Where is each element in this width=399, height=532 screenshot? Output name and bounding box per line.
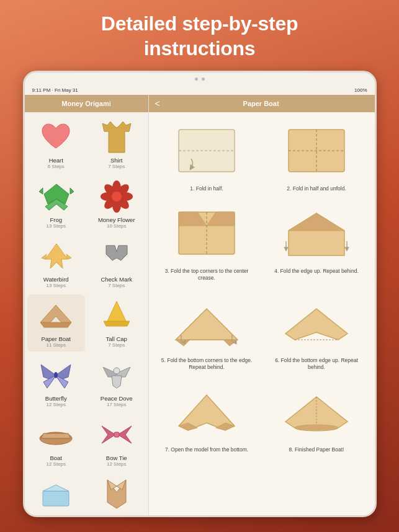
device-frame: 9:11 PM · Fri May 31 100% Money Origami …: [23, 71, 377, 517]
svg-marker-3: [39, 188, 43, 194]
right-panel: < Paper Boat: [149, 95, 375, 515]
right-panel-title: Paper Boat: [164, 100, 359, 107]
svg-marker-16: [66, 254, 71, 259]
svg-point-67: [295, 425, 338, 431]
heart-icon: [37, 118, 74, 156]
step-item-1: 1. Fold in half.: [154, 117, 260, 196]
right-panel-header: < Paper Boat: [149, 95, 375, 112]
item-steps: 11 Steps: [46, 342, 66, 348]
paper-boat-icon: [37, 297, 74, 334]
left-panel: Money Origami Heart 6 Steps: [25, 95, 149, 515]
svg-marker-21: [104, 321, 130, 326]
step-8-label: 8. Finished Paper Boat!: [289, 446, 344, 453]
step-7-diagram: [169, 382, 244, 444]
list-item[interactable]: Frog 13 Steps: [27, 175, 86, 233]
item-steps: 17 Steps: [107, 402, 127, 407]
step-3-label: 3. Fold the top corners to the center cr…: [158, 268, 256, 282]
steps-grid: 1. Fold in half. 2. Fold in half and unf…: [149, 112, 375, 515]
item-name: Box: [51, 514, 61, 515]
item-steps: 10 Steps: [107, 223, 127, 229]
item-name: Shirt: [110, 157, 123, 164]
step-2-diagram: [279, 121, 354, 183]
left-panel-header: Money Origami: [25, 95, 148, 112]
item-steps: 7 Steps: [108, 342, 125, 348]
back-button[interactable]: <: [155, 99, 160, 109]
list-item[interactable]: Shirt 7 Steps: [87, 116, 146, 173]
svg-marker-0: [102, 122, 131, 153]
item-name: Paper Boat: [41, 335, 71, 342]
list-item[interactable]: Money Flower 10 Steps: [87, 175, 146, 233]
svg-marker-20: [107, 301, 126, 321]
svg-marker-15: [42, 254, 47, 259]
list-item[interactable]: Boat 12 Steps: [27, 414, 86, 471]
list-item[interactable]: Waterbird 13 Steps: [27, 235, 86, 292]
svg-marker-37: [43, 485, 69, 491]
item-name: Heart: [49, 157, 63, 164]
list-item[interactable]: Fox 9 Steps: [87, 473, 146, 515]
step-item-5: 5. Fold the bottom corners to the edge. …: [154, 289, 260, 375]
list-item[interactable]: Box 8 Steps: [27, 473, 86, 515]
item-name: Butterfly: [45, 395, 67, 402]
boat-icon: [37, 416, 74, 453]
butterfly-icon: [37, 357, 74, 394]
item-steps: 13 Steps: [46, 223, 66, 229]
svg-rect-36: [43, 491, 69, 506]
item-name: Waterbird: [43, 276, 69, 283]
svg-point-13: [112, 192, 122, 202]
item-name: Money Flower: [98, 216, 135, 223]
step-4-diagram: [279, 203, 354, 265]
svg-marker-56: [223, 340, 238, 346]
item-steps: 6 Steps: [48, 164, 65, 169]
fox-icon: [98, 476, 135, 513]
svg-rect-35: [114, 432, 119, 437]
step-item-4: 4. Fold the edge up. Repeat behind.: [264, 200, 370, 285]
step-3-diagram: [169, 203, 244, 265]
step-4-label: 4. Fold the edge up. Repeat behind.: [274, 268, 359, 275]
list-item[interactable]: Heart 6 Steps: [27, 116, 86, 173]
status-battery: 100%: [354, 87, 367, 93]
notch-bar: [25, 73, 375, 85]
svg-point-26: [54, 372, 58, 378]
notch-dot-2: [202, 78, 205, 81]
step-8-diagram: [279, 382, 354, 444]
step-6-diagram: [279, 293, 354, 355]
svg-marker-58: [285, 309, 347, 340]
step-item-6: 6. Fold the bottom edge up. Repeat behin…: [264, 289, 370, 375]
tall-cap-icon: [98, 297, 135, 334]
peace-dove-icon: [98, 357, 135, 394]
list-item[interactable]: Paper Boat 11 Steps: [27, 295, 86, 352]
item-steps: 7 Steps: [108, 283, 125, 288]
item-name: Peace Dove: [101, 395, 133, 402]
origami-list: Heart 6 Steps Shirt 7 Steps: [25, 112, 148, 515]
step-1-label: 1. Fold in half.: [190, 185, 223, 192]
frog-icon: [37, 178, 74, 215]
notch-dot-1: [195, 78, 198, 81]
list-item[interactable]: Bow Tie 12 Steps: [87, 414, 146, 471]
svg-marker-14: [45, 244, 68, 268]
step-6-label: 6. Fold the bottom edge up. Repeat behin…: [267, 357, 366, 371]
svg-marker-17: [106, 246, 127, 260]
item-steps: 13 Steps: [46, 283, 66, 288]
list-item[interactable]: Check Mark 7 Steps: [87, 235, 146, 292]
hero-section: Detailed step-by-stepinstructions: [76, 0, 323, 71]
svg-marker-34: [118, 426, 132, 443]
svg-marker-4: [70, 188, 74, 194]
list-item[interactable]: Tall Cap 7 Steps: [87, 295, 146, 352]
status-bar: 9:11 PM · Fri May 31 100%: [25, 85, 375, 95]
checkmark-icon: [98, 237, 135, 275]
step-item-3: 3. Fold the top corners to the center cr…: [154, 200, 260, 285]
money-flower-icon: [98, 178, 135, 215]
svg-marker-29: [112, 376, 122, 388]
item-name: Fox: [112, 514, 122, 515]
step-2-label: 2. Fold in half and unfold.: [287, 185, 346, 192]
step-1-diagram: [169, 121, 244, 183]
svg-marker-19: [40, 322, 71, 327]
item-name: Bow Tie: [106, 454, 127, 461]
list-item[interactable]: Peace Dove 17 Steps: [87, 354, 146, 411]
app-content: Money Origami Heart 6 Steps: [25, 95, 375, 515]
status-time: 9:11 PM · Fri May 31: [32, 87, 78, 93]
item-name: Check Mark: [101, 276, 132, 283]
svg-marker-18: [40, 305, 71, 322]
svg-marker-54: [176, 309, 238, 340]
list-item[interactable]: Butterfly 12 Steps: [27, 354, 86, 411]
